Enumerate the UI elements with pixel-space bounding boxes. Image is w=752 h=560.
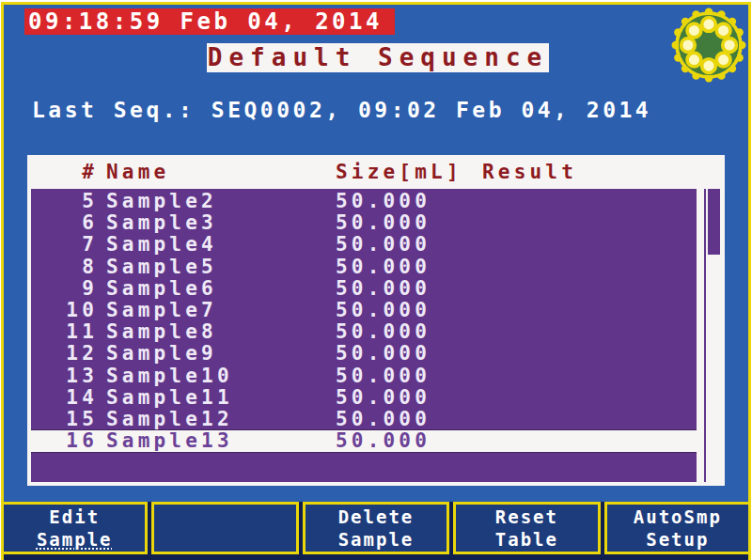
fkey-autosmp-setup-button[interactable]: AutoSmp Setup [604, 502, 751, 554]
row-size-value: 50.000 [336, 343, 431, 365]
row-sample-name: Sample4 [106, 234, 217, 256]
table-header-row: # Name Size[mL] Result [27, 155, 725, 189]
row-size-value: 50.000 [336, 387, 431, 409]
row-sample-name: Sample8 [106, 321, 217, 343]
row-number: 14 [31, 387, 98, 409]
row-sample-name: Sample6 [106, 278, 217, 300]
fkey-label-line1: Delete [306, 506, 446, 528]
fkey-delete-sample-button[interactable]: Delete Sample [303, 502, 449, 554]
fkey-label-line1: Edit [4, 506, 145, 528]
row-size-value: 50.000 [336, 257, 431, 278]
row-number: 10 [31, 300, 98, 321]
table-row[interactable]: 13 Sample10 50.000 [31, 366, 697, 387]
column-header-name: Name [106, 155, 169, 189]
row-number: 13 [31, 366, 98, 387]
row-number: 9 [31, 278, 98, 300]
fkey-label-line2: Setup [607, 528, 748, 551]
page-title: Default Sequence [207, 43, 549, 72]
column-header-number: # [32, 155, 98, 189]
fkey-reset-table-button[interactable]: Reset Table [453, 502, 600, 554]
row-number: 15 [31, 409, 98, 430]
row-number: 7 [31, 234, 98, 256]
row-number: 12 [31, 343, 98, 365]
row-size-value: 50.000 [336, 366, 431, 387]
row-size-value: 50.000 [336, 278, 431, 300]
row-size-value: 50.000 [336, 430, 431, 452]
row-number: 11 [31, 321, 98, 343]
autosampler-carousel-icon [671, 8, 746, 83]
function-key-bar: Edit Sample Delete Sample Reset Table Au… [1, 502, 751, 560]
fkey-edit-sample-button[interactable]: Edit Sample [1, 502, 148, 554]
table-row[interactable]: 9 Sample6 50.000 [31, 278, 697, 300]
instrument-screen: 09:18:59 Feb 04, 2014 [1, 2, 751, 560]
row-sample-name: Sample13 [106, 430, 233, 452]
table-row[interactable]: 11 Sample8 50.000 [31, 321, 697, 343]
fkey-label-line2: Sample [4, 528, 145, 551]
row-size-value: 50.000 [336, 409, 431, 430]
table-row[interactable]: 14 Sample11 50.000 [31, 387, 697, 409]
last-sequence-status: Last Seq.: SEQ0002, 09:02 Feb 04, 2014 [32, 98, 651, 122]
row-number: 5 [31, 191, 98, 212]
column-header-result: Result [482, 155, 577, 189]
row-sample-name: Sample2 [106, 191, 217, 212]
row-sample-name: Sample11 [106, 387, 233, 409]
row-size-value: 50.000 [336, 321, 431, 343]
table-row[interactable]: 7 Sample4 50.000 [31, 234, 697, 256]
clock-banner: 09:18:59 Feb 04, 2014 [24, 8, 395, 35]
column-header-size: Size[mL] [336, 155, 462, 189]
row-number: 16 [31, 430, 98, 452]
table-row[interactable]: 8 Sample5 50.000 [31, 257, 697, 278]
scrollbar-track[interactable] [704, 189, 721, 482]
row-size-value: 50.000 [336, 191, 431, 212]
table-body: 5 Sample2 50.000 6 Sample3 50.000 7 Samp… [31, 189, 697, 482]
row-size-value: 50.000 [336, 300, 431, 321]
row-number: 8 [31, 257, 98, 278]
row-size-value: 50.000 [336, 212, 431, 234]
fkey-label-line1: AutoSmp [607, 506, 748, 528]
sequence-table: # Name Size[mL] Result 5 Sample2 50.000 … [27, 155, 725, 486]
row-sample-name: Sample5 [106, 257, 217, 278]
row-size-value: 50.000 [336, 234, 431, 256]
table-row[interactable]: 12 Sample9 50.000 [31, 343, 697, 365]
table-row[interactable]: 5 Sample2 50.000 [31, 191, 697, 212]
table-row[interactable]: 15 Sample12 50.000 [31, 409, 697, 430]
fkey-label-line1: Reset [456, 506, 597, 528]
row-sample-name: Sample3 [106, 212, 217, 234]
row-number: 6 [31, 212, 98, 234]
table-row[interactable]: 6 Sample3 50.000 [31, 212, 697, 234]
screenshot-frame: 09:18:59 Feb 04, 2014 [0, 0, 752, 560]
fkey-label-line2: Sample [306, 528, 446, 551]
row-sample-name: Sample10 [106, 366, 233, 387]
row-sample-name: Sample12 [106, 409, 233, 430]
fkey-label-line2: Table [456, 528, 597, 551]
table-row[interactable]: 10 Sample7 50.000 [31, 300, 697, 321]
scrollbar-thumb[interactable] [708, 189, 720, 255]
fkey---button[interactable] [151, 502, 298, 554]
row-sample-name: Sample7 [106, 300, 217, 321]
row-sample-name: Sample9 [106, 343, 217, 365]
table-row[interactable]: 16 Sample13 50.000 [31, 430, 697, 452]
